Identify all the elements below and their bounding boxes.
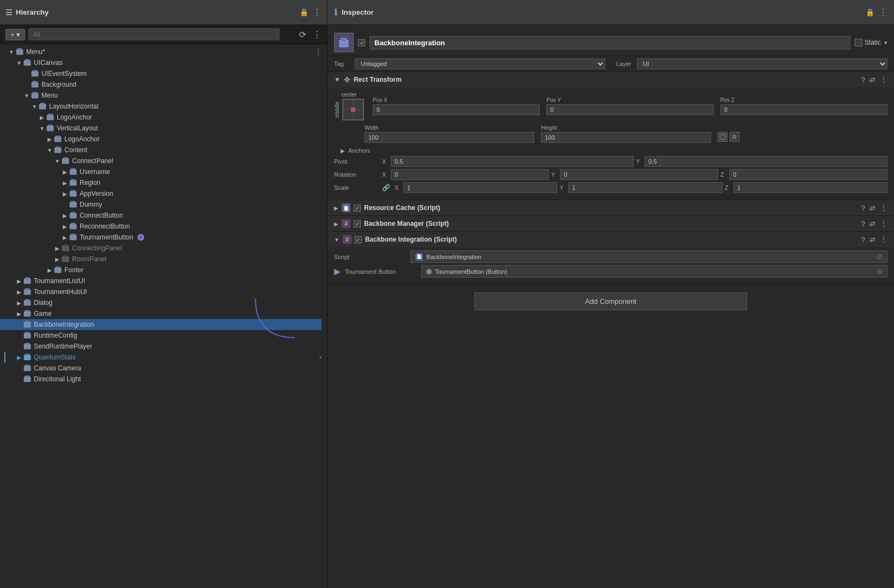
tree-item-menu[interactable]: Menu* ⋮ [0, 46, 321, 57]
rt-pivot-x-input[interactable] [391, 156, 634, 167]
backbone-integration-header[interactable]: ▼ # ✓ Backbone Integration (Script) ? ⇄ … [327, 232, 894, 247]
tag-layer-row: Tag Untagged Layer UI [327, 56, 894, 72]
rt-rotation-z-input[interactable] [729, 169, 887, 180]
resource-cache-header[interactable]: ▶ 📋 ✓ Resource Cache (Script) ? ⇄ ⋮ [327, 200, 894, 215]
rt-r-button[interactable]: R [730, 132, 740, 142]
rect-transform-help-icon[interactable]: ? [861, 76, 865, 84]
rect-transform-settings-icon[interactable]: ⇄ [869, 76, 875, 84]
backbone-manager-section: ▶ # ✓ Backbone Manager (Script) ? ⇄ ⋮ [327, 216, 894, 232]
kebab2-icon[interactable]: ⋮ [313, 29, 321, 40]
item-label-uicanvas: UICanvas [34, 59, 63, 67]
tree-item-reconnectbutton[interactable]: ReconnectButton [0, 221, 321, 232]
svg-rect-17 [56, 136, 60, 138]
object-name-input[interactable] [369, 36, 850, 50]
refresh-icon[interactable]: ⟳ [299, 29, 306, 40]
tree-item-verticallayout[interactable]: VerticalLayout [0, 123, 321, 134]
rt-blueprint-icon[interactable] [718, 132, 728, 142]
rt-rotation-x-input[interactable] [391, 169, 549, 180]
anchor-grid[interactable] [342, 99, 364, 121]
tree-item-menu2[interactable]: Menu [0, 90, 321, 101]
tree-item-tournamentbutton[interactable]: TournamentButton [0, 232, 321, 243]
tree-item-roompanel[interactable]: RoomPanel [0, 254, 321, 265]
backbone-integration-kebab-icon[interactable]: ⋮ [880, 235, 887, 244]
tree-item-dummy[interactable]: Dummy [0, 199, 321, 210]
rt-scale-x-input[interactable] [403, 182, 557, 193]
backbone-manager-enabled[interactable]: ✓ [354, 220, 361, 227]
tree-item-footer[interactable]: Footer [0, 265, 321, 275]
tree-item-connectpanel[interactable]: ConnectPanel [0, 155, 321, 166]
add-component-button[interactable]: Add Component [474, 292, 747, 310]
tree-item-sendruntimeplayer[interactable]: SendRuntimePlayer [0, 341, 321, 352]
tournament-target-icon[interactable]: ⊙ [877, 267, 883, 275]
static-checkbox[interactable] [855, 39, 862, 46]
tree-item-content[interactable]: Content [0, 145, 321, 155]
item-label-logoanchor1: LogoAnchor [57, 113, 92, 121]
backbone-manager-settings-icon[interactable]: ⇄ [869, 220, 875, 228]
backbone-integration-enabled[interactable]: ✓ [355, 236, 362, 243]
rt-height-input[interactable] [541, 132, 711, 143]
inspector-lock-icon[interactable]: 🔒 [866, 8, 874, 16]
rt-width-group: Width [365, 125, 534, 143]
tree-item-game[interactable]: Game [0, 308, 321, 319]
rt-anchors-row[interactable]: ▶ Anchors [334, 145, 887, 156]
tree-item-appversion[interactable]: AppVersion [0, 188, 321, 199]
resource-cache-settings-icon[interactable]: ⇄ [869, 204, 875, 212]
rt-pos-z-input[interactable] [720, 104, 887, 115]
item-menu-btn[interactable]: ⋮ [315, 48, 321, 56]
object-enabled-checkbox[interactable]: ✓ [358, 39, 365, 46]
svg-rect-9 [33, 92, 37, 94]
add-button[interactable]: + ▾ [5, 29, 25, 40]
search-input[interactable] [28, 28, 279, 40]
item-label-tournamentlistui: TournamentListUI [34, 277, 85, 285]
rt-pos-y-input[interactable] [546, 104, 713, 115]
rt-width-input[interactable] [365, 132, 534, 143]
script-file-icon: 📄 [415, 253, 423, 261]
tree-item-logoanchor2[interactable]: LogoAnchor [0, 134, 321, 145]
backbone-manager-kebab-icon[interactable]: ⋮ [880, 219, 887, 228]
resource-cache-help-icon[interactable]: ? [861, 204, 865, 212]
tree-item-uieventsystem[interactable]: UIEventSystem [0, 68, 321, 79]
tree-item-layouthorizontal[interactable]: LayoutHorizontal [0, 101, 321, 112]
rt-pos-x-input[interactable] [373, 104, 540, 115]
script-target-icon[interactable]: ⊙ [877, 253, 883, 261]
tree-item-tournamenthubui[interactable]: TournamentHubUI [0, 286, 321, 297]
inspector-kebab-icon[interactable]: ⋮ [879, 7, 887, 17]
tree-item-quantumstats[interactable]: QuantumStats › [0, 352, 321, 363]
rect-transform-kebab-icon[interactable]: ⋮ [880, 75, 887, 84]
backbone-integration-settings-icon[interactable]: ⇄ [869, 236, 875, 244]
backbone-integration-help-icon[interactable]: ? [861, 236, 865, 244]
tree-item-runtimeconfig[interactable]: RuntimeConfig [0, 330, 321, 341]
tree-item-uicanvas[interactable]: UICanvas [0, 57, 321, 68]
rt-top-row: center middle [334, 92, 887, 121]
resource-cache-kebab-icon[interactable]: ⋮ [880, 203, 887, 212]
tree-item-canvascamera[interactable]: Canvas Camera [0, 363, 321, 374]
inspector-content: ✓ Static ▾ Tag Untagged Layer UI ▼ ✥ [327, 25, 894, 588]
item-label-canvascamera: Canvas Camera [34, 364, 81, 372]
layer-select[interactable]: UI [637, 58, 887, 69]
kebab-icon[interactable]: ⋮ [313, 7, 321, 17]
lock-icon[interactable]: 🔒 [300, 8, 308, 16]
rect-transform-header[interactable]: ▼ ✥ Rect Transform ? ⇄ ⋮ [327, 72, 894, 87]
rt-scale-y-input[interactable] [568, 182, 722, 193]
tree-item-backboneintegration[interactable]: BackboneIntegration [0, 319, 321, 330]
rt-scale-z-input[interactable] [734, 182, 887, 193]
tree-item-region[interactable]: Region [0, 177, 321, 188]
tree-item-connectbutton[interactable]: ConnectButton [0, 210, 321, 221]
svg-rect-39 [63, 256, 68, 258]
tree-item-logoanchor1[interactable]: LogoAnchor [0, 112, 321, 123]
rt-anchors-arrow: ▶ [341, 148, 345, 154]
tree-item-directionallight[interactable]: Directional Light [0, 374, 321, 385]
rt-pivot-y-input[interactable] [645, 156, 887, 167]
tree-item-connectingpanel[interactable]: ConnectingPanel [0, 243, 321, 254]
tree-item-tournamentlistui[interactable]: TournamentListUI [0, 275, 321, 286]
rt-height-label: Height [541, 125, 711, 131]
backbone-manager-header[interactable]: ▶ # ✓ Backbone Manager (Script) ? ⇄ ⋮ [327, 216, 894, 231]
tree-item-background[interactable]: Background [0, 79, 321, 90]
tree-item-dialog[interactable]: Dialog [0, 297, 321, 308]
tree-item-username[interactable]: Username [0, 166, 321, 177]
resource-cache-enabled[interactable]: ✓ [354, 205, 361, 212]
tag-select[interactable]: Untagged [355, 58, 605, 69]
backbone-manager-help-icon[interactable]: ? [861, 220, 865, 228]
rt-rotation-y-input[interactable] [560, 169, 718, 180]
static-dropdown-icon[interactable]: ▾ [884, 39, 887, 46]
